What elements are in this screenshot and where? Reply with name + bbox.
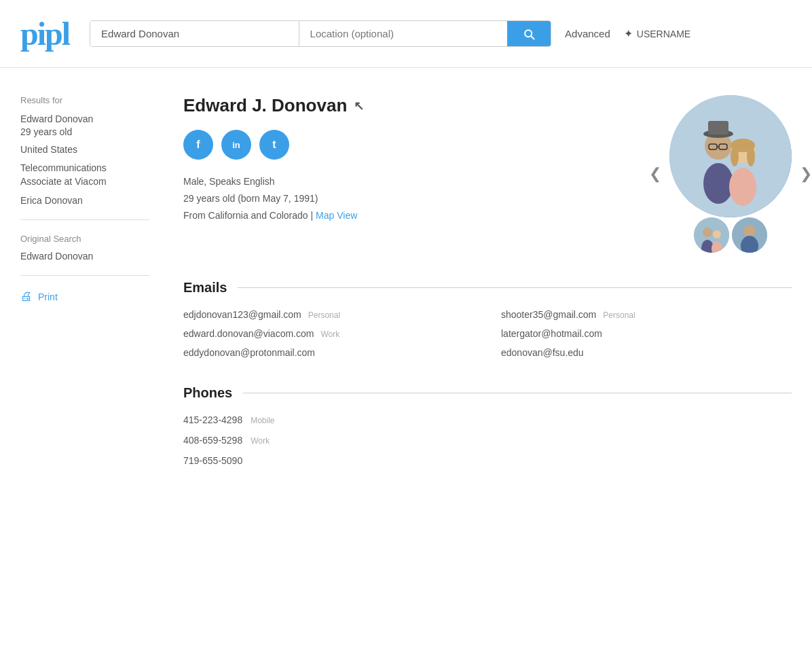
- email-address[interactable]: eddydonovan@protonmail.com: [183, 347, 315, 358]
- sidebar-person-relative: Erica Donovan: [20, 195, 149, 206]
- facebook-icon: f: [196, 139, 200, 151]
- couple-photo-illustration: [669, 95, 792, 217]
- print-icon: 🖨: [20, 289, 33, 304]
- thumbnail-1-img: [694, 217, 729, 253]
- sidebar-person-job: Telecommunications Associate at Viacom: [20, 162, 149, 188]
- results-for-label: Results for: [20, 95, 149, 105]
- username-icon: ✦: [624, 27, 633, 40]
- email-address[interactable]: edward.donovan@viacom.com: [183, 328, 314, 339]
- sidebar-person-location: United States: [20, 144, 149, 155]
- list-item: 719-655-5090: [183, 455, 792, 466]
- profile-header: Edward J. Donovan ↖ f in t Male, Speaks …: [183, 95, 792, 253]
- phone-number[interactable]: 415-223-4298: [183, 414, 242, 425]
- pipe-separator: |: [311, 210, 316, 221]
- emails-section-line: [238, 287, 792, 288]
- profile-age-detail: 29 years old (born May 7, 1991): [183, 190, 669, 207]
- svg-point-14: [703, 228, 712, 237]
- phone-number[interactable]: 719-655-5090: [183, 455, 242, 466]
- email-address[interactable]: latergator@hotmail.com: [501, 328, 602, 339]
- map-view-link[interactable]: Map View: [316, 210, 357, 221]
- thumbnail-2-img: [732, 217, 767, 253]
- email-tag: Personal: [308, 310, 340, 320]
- email-address[interactable]: shooter35@gmail.com: [501, 309, 596, 320]
- email-tag: Work: [320, 330, 339, 339]
- phone-number[interactable]: 408-659-5298: [183, 435, 242, 446]
- username-area[interactable]: ✦ USERNAME: [624, 27, 690, 40]
- username-label: USERNAME: [637, 29, 690, 39]
- thumbnail-2[interactable]: [732, 217, 767, 253]
- email-tag: Personal: [603, 310, 635, 320]
- profile-left: Edward J. Donovan ↖ f in t Male, Speaks …: [183, 95, 669, 225]
- phones-list: 415-223-4298 Mobile 408-659-5298 Work 71…: [183, 414, 792, 466]
- print-label: Print: [38, 291, 58, 302]
- phones-section-line: [243, 393, 792, 393]
- profile-location-detail: From California and Colorado | Map View: [183, 207, 669, 224]
- photo-nav-right-button[interactable]: ❯: [800, 165, 812, 183]
- social-icons: f in t: [183, 130, 669, 160]
- svg-point-12: [729, 168, 756, 206]
- linkedin-icon: in: [232, 140, 240, 150]
- logo[interactable]: pipl: [20, 15, 69, 52]
- svg-point-16: [713, 230, 721, 238]
- list-item: edward.donovan@viacom.com Work: [183, 328, 474, 339]
- thumbnail-strip: [669, 217, 792, 253]
- email-address[interactable]: edjdonovan123@gmail.com: [183, 309, 301, 320]
- emails-section-title: Emails: [183, 280, 227, 296]
- content-area: Results for Edward Donovan 29 years old …: [0, 68, 812, 493]
- phones-section-title: Phones: [183, 385, 232, 401]
- list-item: 415-223-4298 Mobile: [183, 414, 792, 425]
- linkedin-button[interactable]: in: [221, 130, 251, 160]
- main-content: Edward J. Donovan ↖ f in t Male, Speaks …: [170, 95, 792, 466]
- list-item: edjdonovan123@gmail.com Personal: [183, 309, 474, 320]
- list-item: shooter35@gmail.com Personal: [501, 309, 792, 320]
- main-photo: [669, 95, 792, 217]
- phone-tag: Work: [251, 436, 270, 446]
- profile-name-text: Edward J. Donovan: [183, 95, 347, 116]
- twitter-icon: t: [272, 139, 276, 151]
- svg-rect-7: [708, 121, 728, 135]
- photo-carousel-area: ❮: [669, 95, 792, 253]
- search-name-input[interactable]: [90, 21, 299, 46]
- thumbnail-1[interactable]: [694, 217, 729, 253]
- print-link[interactable]: 🖨 Print: [20, 289, 149, 304]
- twitter-button[interactable]: t: [259, 130, 289, 160]
- list-item: edonovan@fsu.edu: [501, 347, 792, 358]
- search-icon: [522, 27, 536, 41]
- email-address[interactable]: edonovan@fsu.edu: [501, 347, 584, 358]
- profile-name: Edward J. Donovan ↖: [183, 95, 669, 116]
- phones-section-header: Phones: [183, 385, 792, 401]
- photo-nav-left-button[interactable]: ❮: [649, 165, 661, 183]
- profile-details: Male, Speaks English 29 years old (born …: [183, 173, 669, 225]
- profile-gender: Male, Speaks English: [183, 173, 669, 190]
- header: pipl Advanced ✦ USERNAME: [0, 0, 812, 68]
- svg-point-2: [703, 163, 733, 204]
- emails-grid: edjdonovan123@gmail.com Personal shooter…: [183, 309, 792, 358]
- svg-point-19: [743, 225, 756, 237]
- search-button[interactable]: [507, 21, 551, 46]
- cursor-icon: ↖: [354, 99, 364, 113]
- svg-point-11: [747, 146, 755, 166]
- sidebar-divider-1: [20, 219, 149, 220]
- list-item: 408-659-5298 Work: [183, 435, 792, 446]
- facebook-button[interactable]: f: [183, 130, 213, 160]
- sidebar-divider-2: [20, 275, 149, 276]
- search-location-input[interactable]: [299, 21, 508, 46]
- advanced-link[interactable]: Advanced: [565, 28, 610, 39]
- emails-section: Emails edjdonovan123@gmail.com Personal …: [183, 280, 792, 358]
- original-search-label: Original Search: [20, 234, 149, 244]
- phone-tag: Mobile: [251, 416, 274, 425]
- list-item: latergator@hotmail.com: [501, 328, 792, 339]
- sidebar-person-name: Edward Donovan: [20, 112, 149, 126]
- search-bar: [90, 20, 551, 47]
- sidebar-person-age: 29 years old: [20, 126, 149, 137]
- emails-section-header: Emails: [183, 280, 792, 296]
- sidebar: Results for Edward Donovan 29 years old …: [20, 95, 170, 466]
- list-item: eddydonovan@protonmail.com: [183, 347, 474, 358]
- phones-section: Phones 415-223-4298 Mobile 408-659-5298 …: [183, 385, 792, 466]
- svg-point-10: [731, 146, 739, 166]
- original-search-value: Edward Donovan: [20, 251, 149, 262]
